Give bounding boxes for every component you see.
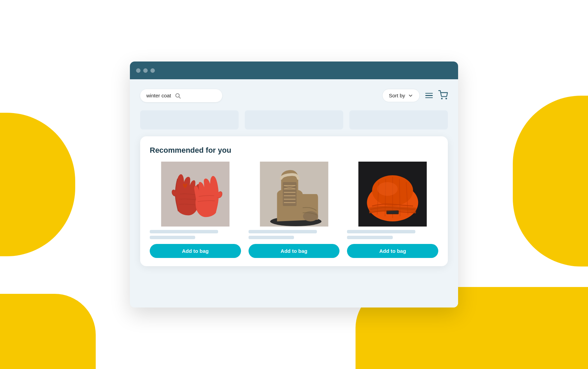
gloves-info — [150, 230, 241, 239]
sort-label: Sort by — [389, 93, 405, 98]
boots-info — [249, 230, 340, 239]
placeholder-card-1 — [140, 110, 239, 129]
recommendation-title: Recommended for you — [150, 146, 438, 155]
gloves-image-container — [150, 162, 241, 227]
chevron-down-icon — [408, 93, 413, 98]
add-to-bag-gloves[interactable]: Add to bag — [150, 244, 241, 258]
hat-line-2 — [347, 236, 392, 239]
boots-product-image — [249, 162, 340, 227]
window-dot-1 — [136, 68, 141, 73]
boots-line-2 — [249, 236, 294, 239]
hat-line-1 — [347, 230, 415, 233]
sort-button[interactable]: Sort by — [382, 89, 420, 102]
rec-item-gloves: Add to bag — [150, 162, 241, 258]
browser-content: winter coat Sort by — [130, 79, 458, 308]
svg-rect-27 — [388, 211, 398, 214]
placeholder-card-2 — [245, 110, 343, 129]
svg-point-2 — [441, 98, 442, 99]
add-to-bag-boots[interactable]: Add to bag — [249, 244, 340, 258]
search-value: winter coat — [146, 93, 171, 98]
browser-window: winter coat Sort by — [130, 62, 458, 308]
svg-line-1 — [179, 97, 180, 98]
yellow-shape-right — [513, 96, 588, 266]
boots-image-container — [249, 162, 340, 227]
yellow-shape-bottom-left — [0, 294, 96, 369]
window-dot-2 — [143, 68, 148, 73]
placeholder-card-3 — [349, 110, 448, 129]
recommendation-grid: Add to bag — [150, 162, 438, 258]
search-icon — [175, 93, 181, 99]
gloves-product-image — [150, 162, 241, 227]
yellow-shape-left — [0, 113, 75, 256]
rec-item-hat: Add to bag — [347, 162, 438, 258]
gloves-line-1 — [150, 230, 218, 233]
browser-titlebar — [130, 62, 458, 79]
search-box[interactable]: winter coat — [140, 89, 222, 102]
hat-image-container — [347, 162, 438, 227]
add-to-bag-hat[interactable]: Add to bag — [347, 244, 438, 258]
placeholder-grid — [140, 110, 448, 129]
recommendation-card: Recommended for you — [140, 136, 448, 266]
rec-item-boots: Add to bag — [249, 162, 340, 258]
window-dot-3 — [150, 68, 155, 73]
svg-point-3 — [446, 98, 446, 99]
cart-svg — [438, 90, 448, 100]
svg-point-25 — [377, 182, 398, 196]
gloves-line-2 — [150, 236, 195, 239]
hat-info — [347, 230, 438, 239]
menu-icon[interactable] — [425, 93, 433, 98]
hat-product-image — [347, 162, 438, 227]
cart-icon[interactable] — [438, 90, 448, 101]
boots-line-1 — [249, 230, 317, 233]
search-row: winter coat Sort by — [140, 89, 448, 102]
